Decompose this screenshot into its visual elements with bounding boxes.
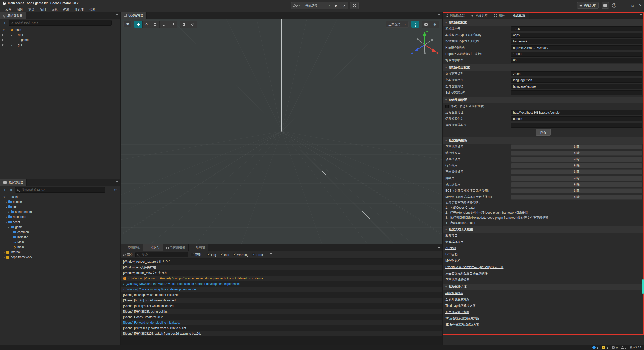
expand-caret[interactable]: ∨ bbox=[7, 226, 10, 229]
console-log-row[interactable]: ! › [Window] Download the Vue Devtools e… bbox=[121, 281, 442, 287]
solution-link[interactable]: 新手引导解决方案 bbox=[445, 310, 469, 314]
asset-node[interactable]: ∨ libs bbox=[0, 204, 120, 209]
axis-gizmo[interactable]: X Y Z bbox=[410, 30, 440, 58]
remote-load-checkbox[interactable] bbox=[445, 105, 449, 108]
solution-link[interactable]: 2D角色扮演游戏解决方案 bbox=[445, 316, 479, 321]
log-file-button[interactable] bbox=[268, 252, 273, 257]
sort-assets-button[interactable]: ⇅ bbox=[9, 187, 14, 192]
notification-count[interactable]: 0 bbox=[621, 346, 626, 349]
asset-node[interactable]: TS Main bbox=[0, 240, 120, 245]
doc-link[interactable]: ECS文档 bbox=[445, 252, 458, 257]
log-filter-checkbox[interactable]: ✓ Error bbox=[252, 253, 263, 257]
doc-link[interactable]: MVVM文档 bbox=[445, 259, 460, 263]
refresh-assets-button[interactable]: ⟳ bbox=[113, 187, 118, 192]
render-mode-select[interactable]: 正常渲染 ∨ bbox=[386, 21, 409, 28]
expand-caret[interactable]: ∨ bbox=[5, 206, 8, 208]
panel-menu-icon[interactable]: ≡ bbox=[116, 180, 118, 184]
module-remove-button[interactable]: 剔除 bbox=[511, 182, 642, 187]
coordinate-mode-button[interactable] bbox=[188, 21, 197, 28]
tab-scene-editor[interactable]: 场景编辑器 bbox=[121, 12, 147, 19]
section-header-modules[interactable]: ∨ 框架模块剔除 bbox=[443, 137, 644, 144]
expand-caret[interactable]: › bbox=[3, 256, 6, 259]
console-log-row[interactable]: ! › [Window] [Vue warn]: Property "onInp… bbox=[121, 276, 442, 281]
asset-node[interactable]: › common bbox=[0, 230, 120, 235]
field-value-input[interactable]: language/texture bbox=[511, 84, 642, 89]
open-project-folder-button[interactable] bbox=[602, 2, 609, 9]
field-value-input[interactable] bbox=[511, 90, 642, 95]
module-remove-button[interactable]: 剔除 bbox=[511, 176, 642, 181]
section-header-language[interactable]: ∨ 游戏多语言配置 bbox=[443, 64, 644, 71]
add-asset-button[interactable]: + bbox=[2, 187, 7, 192]
log-filter-checkbox[interactable]: ✓ Log bbox=[207, 253, 216, 257]
section-header-solutions[interactable]: ∨ 框架解决方案 bbox=[443, 284, 644, 290]
expand-caret[interactable]: › bbox=[9, 231, 13, 234]
expand-caret[interactable]: › bbox=[123, 288, 124, 291]
panel-menu-icon[interactable]: ≡ bbox=[640, 13, 642, 17]
console-log-row[interactable]: ! [Scene] [PHYSICS]: using builtin. bbox=[121, 309, 442, 314]
field-value-input[interactable]: http://192.168.0.150/main/ bbox=[511, 45, 642, 50]
menu-item[interactable]: 项目 bbox=[37, 7, 49, 12]
error-count[interactable]: × 0 bbox=[612, 346, 618, 349]
warning-count[interactable]: ! 1 bbox=[602, 346, 608, 349]
doc-link[interactable]: Excel格式转Json文件与TypeScript代码工具 bbox=[445, 265, 503, 269]
assets-filter-button[interactable] bbox=[107, 187, 112, 192]
asset-node[interactable]: ∨ game bbox=[0, 225, 120, 230]
asset-node[interactable]: › bundle bbox=[0, 199, 120, 204]
inspector-tab[interactable]: 属性检查器 bbox=[443, 12, 468, 19]
asset-node[interactable]: › resources bbox=[0, 214, 120, 220]
expand-caret[interactable]: › bbox=[3, 251, 6, 254]
save-button[interactable]: 保存 bbox=[536, 129, 551, 136]
module-remove-button[interactable]: 剔除 bbox=[511, 188, 642, 193]
solution-link[interactable]: 3D角色扮演游戏解决方案 bbox=[445, 323, 479, 327]
expand-caret[interactable]: › bbox=[128, 277, 129, 280]
section-header-resources[interactable]: ∨ 游戏资源配置 bbox=[443, 97, 644, 103]
menu-item[interactable]: 文件 bbox=[3, 7, 14, 12]
panel-menu-icon[interactable]: ≡ bbox=[438, 13, 440, 17]
console-area-tab[interactable]: 资源预览 bbox=[121, 244, 143, 251]
hierarchy-filter-button[interactable] bbox=[113, 20, 118, 25]
hierarchy-node[interactable]: › gui bbox=[0, 42, 120, 48]
hierarchy-node[interactable]: ∨ root bbox=[0, 32, 120, 37]
preview-device-button[interactable] bbox=[350, 2, 359, 9]
menu-item[interactable]: 编辑 bbox=[14, 7, 26, 12]
module-remove-button[interactable]: 剔除 bbox=[511, 163, 642, 168]
expand-caret[interactable]: › bbox=[9, 236, 13, 239]
module-remove-button[interactable]: 剔除 bbox=[511, 157, 642, 162]
expand-caret[interactable]: › bbox=[123, 282, 124, 285]
hierarchy-search-input[interactable] bbox=[14, 21, 110, 25]
field-value-input[interactable]: http://localhost:8083/assets/bundle bbox=[511, 110, 642, 115]
expand-caret[interactable]: ∨ bbox=[10, 34, 13, 36]
maximize-button[interactable]: □ bbox=[632, 4, 634, 7]
menu-item[interactable]: 面板 bbox=[49, 7, 60, 12]
build-publish-button[interactable]: 构建发布 bbox=[577, 2, 599, 9]
assets-search-input[interactable] bbox=[21, 188, 103, 192]
solution-link[interactable]: 全栈开发解决方案 bbox=[445, 297, 469, 302]
field-value-input[interactable]: language/json bbox=[511, 78, 642, 83]
reload-button[interactable]: ⟳ bbox=[340, 2, 348, 9]
inspector-tab[interactable]: 框架配置 bbox=[508, 12, 529, 19]
expand-caret[interactable]: › bbox=[5, 201, 8, 203]
console-log-row[interactable]: ! [Scene] [PHYSICS2D]: switch from box2d… bbox=[121, 331, 442, 336]
expand-caret[interactable]: ∨ bbox=[3, 196, 6, 198]
ui-tool-button[interactable] bbox=[168, 21, 177, 28]
console-log-row[interactable]: ! [Scene] meshopt wasm decoder initializ… bbox=[121, 292, 442, 298]
hierarchy-node[interactable]: ∨ main bbox=[0, 27, 120, 32]
scene-camera-button[interactable] bbox=[422, 21, 430, 28]
doc-link[interactable]: 游戏模板项目 bbox=[445, 240, 463, 244]
console-search-input[interactable] bbox=[141, 253, 186, 257]
expand-caret[interactable]: › bbox=[10, 44, 13, 47]
scale-tool-button[interactable] bbox=[151, 21, 160, 28]
solution-link[interactable]: 战棋游戏框架 bbox=[445, 291, 463, 295]
expand-caret[interactable]: ∨ bbox=[2, 29, 6, 31]
close-button[interactable]: × bbox=[639, 3, 641, 8]
section-header-docs[interactable]: ∨ 框架文档工具链接 bbox=[443, 226, 644, 233]
module-remove-button[interactable]: 剔除 bbox=[511, 151, 642, 156]
module-remove-button[interactable]: 剔除 bbox=[511, 195, 642, 200]
module-remove-button[interactable]: 剔除 bbox=[511, 169, 642, 174]
help-button[interactable]: ? bbox=[612, 3, 616, 8]
asset-node[interactable]: › seedrandom bbox=[0, 209, 120, 214]
scrollbar-thumb[interactable] bbox=[642, 279, 644, 294]
lock-icon[interactable] bbox=[2, 35, 3, 36]
platform-select[interactable]: ∨ bbox=[291, 2, 303, 9]
field-value-input[interactable]: 1.0.5 bbox=[511, 26, 642, 31]
